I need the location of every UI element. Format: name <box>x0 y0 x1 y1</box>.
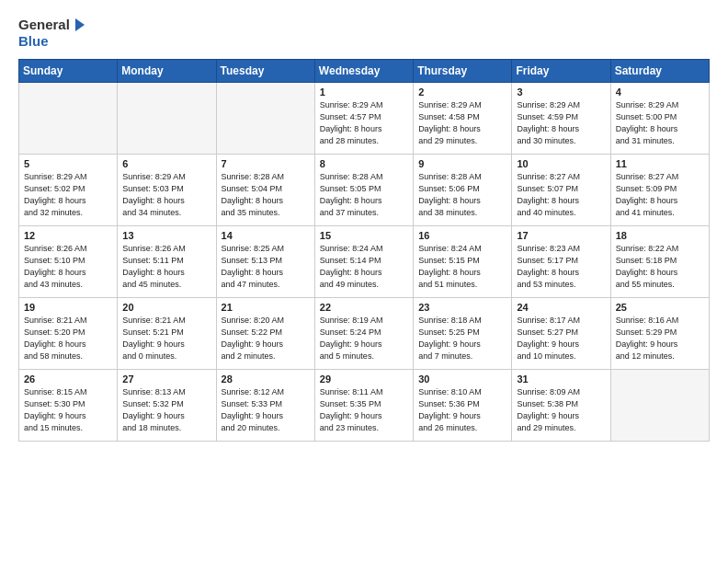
calendar-cell: 6Sunrise: 8:29 AMSunset: 5:03 PMDaylight… <box>118 154 216 225</box>
day-number: 29 <box>320 373 408 385</box>
day-info: Sunrise: 8:26 AMSunset: 5:10 PMDaylight:… <box>24 243 112 291</box>
logo-wordmark: General Blue <box>18 17 88 50</box>
calendar-cell: 7Sunrise: 8:28 AMSunset: 5:04 PMDaylight… <box>216 154 314 225</box>
day-number: 21 <box>222 302 310 313</box>
weekday-header-thursday: Thursday <box>414 59 512 82</box>
logo-blue-text: Blue <box>18 33 49 49</box>
calendar-cell: 19Sunrise: 8:21 AMSunset: 5:20 PMDayligh… <box>19 297 118 369</box>
day-number: 17 <box>517 230 605 241</box>
calendar-cell: 25Sunrise: 8:16 AMSunset: 5:29 PMDayligh… <box>610 297 709 369</box>
day-info: Sunrise: 8:22 AMSunset: 5:18 PMDaylight:… <box>616 243 704 291</box>
day-info: Sunrise: 8:28 AMSunset: 5:04 PMDaylight:… <box>222 171 310 219</box>
calendar-cell: 11Sunrise: 8:27 AMSunset: 5:09 PMDayligh… <box>610 154 709 225</box>
calendar-cell: 3Sunrise: 8:29 AMSunset: 4:59 PMDaylight… <box>512 82 610 154</box>
day-info: Sunrise: 8:09 AMSunset: 5:38 PMDaylight:… <box>517 386 605 434</box>
day-number: 13 <box>122 230 210 241</box>
calendar-table: SundayMondayTuesdayWednesdayThursdayFrid… <box>18 59 710 442</box>
day-info: Sunrise: 8:13 AMSunset: 5:32 PMDaylight:… <box>122 386 210 434</box>
week-row-4: 19Sunrise: 8:21 AMSunset: 5:20 PMDayligh… <box>19 297 710 369</box>
calendar-cell: 14Sunrise: 8:25 AMSunset: 5:13 PMDayligh… <box>216 225 314 297</box>
day-info: Sunrise: 8:29 AMSunset: 4:58 PMDaylight:… <box>418 99 506 147</box>
calendar-cell: 1Sunrise: 8:29 AMSunset: 4:57 PMDaylight… <box>314 82 413 154</box>
calendar-cell: 13Sunrise: 8:26 AMSunset: 5:11 PMDayligh… <box>118 225 216 297</box>
calendar-cell: 12Sunrise: 8:26 AMSunset: 5:10 PMDayligh… <box>19 225 118 297</box>
day-number: 8 <box>320 158 408 169</box>
calendar-cell: 24Sunrise: 8:17 AMSunset: 5:27 PMDayligh… <box>512 297 610 369</box>
day-info: Sunrise: 8:21 AMSunset: 5:20 PMDaylight:… <box>24 315 112 362</box>
day-number: 31 <box>517 373 605 385</box>
day-info: Sunrise: 8:25 AMSunset: 5:13 PMDaylight:… <box>222 243 310 291</box>
day-info: Sunrise: 8:29 AMSunset: 5:00 PMDaylight:… <box>616 99 704 147</box>
day-number: 26 <box>24 373 112 385</box>
day-info: Sunrise: 8:24 AMSunset: 5:14 PMDaylight:… <box>320 243 408 291</box>
day-number: 18 <box>616 230 704 241</box>
day-info: Sunrise: 8:28 AMSunset: 5:05 PMDaylight:… <box>320 171 408 219</box>
day-number: 10 <box>517 158 605 169</box>
calendar-cell: 8Sunrise: 8:28 AMSunset: 5:05 PMDaylight… <box>314 154 413 225</box>
calendar-cell <box>610 369 709 441</box>
svg-marker-0 <box>75 18 85 31</box>
calendar-cell: 20Sunrise: 8:21 AMSunset: 5:21 PMDayligh… <box>118 297 216 369</box>
calendar-cell: 27Sunrise: 8:13 AMSunset: 5:32 PMDayligh… <box>118 369 216 441</box>
day-info: Sunrise: 8:29 AMSunset: 5:03 PMDaylight:… <box>122 171 210 219</box>
day-info: Sunrise: 8:11 AMSunset: 5:35 PMDaylight:… <box>320 386 408 434</box>
calendar-cell: 16Sunrise: 8:24 AMSunset: 5:15 PMDayligh… <box>414 225 512 297</box>
calendar-cell: 23Sunrise: 8:18 AMSunset: 5:25 PMDayligh… <box>414 297 512 369</box>
day-number: 12 <box>24 230 112 241</box>
calendar-cell: 10Sunrise: 8:27 AMSunset: 5:07 PMDayligh… <box>512 154 610 225</box>
calendar-cell <box>216 82 314 154</box>
day-number: 6 <box>122 158 210 169</box>
weekday-header-tuesday: Tuesday <box>216 59 314 82</box>
calendar-cell: 26Sunrise: 8:15 AMSunset: 5:30 PMDayligh… <box>19 369 118 441</box>
day-number: 30 <box>418 373 506 385</box>
day-info: Sunrise: 8:17 AMSunset: 5:27 PMDaylight:… <box>517 315 605 362</box>
day-number: 4 <box>616 86 704 98</box>
calendar-cell: 15Sunrise: 8:24 AMSunset: 5:14 PMDayligh… <box>314 225 413 297</box>
day-info: Sunrise: 8:27 AMSunset: 5:09 PMDaylight:… <box>616 171 704 219</box>
day-info: Sunrise: 8:29 AMSunset: 4:57 PMDaylight:… <box>320 99 408 147</box>
calendar-cell <box>118 82 216 154</box>
week-row-1: 1Sunrise: 8:29 AMSunset: 4:57 PMDaylight… <box>19 82 710 154</box>
day-number: 23 <box>418 302 506 313</box>
day-number: 24 <box>517 302 605 313</box>
weekday-header-friday: Friday <box>512 59 610 82</box>
week-row-5: 26Sunrise: 8:15 AMSunset: 5:30 PMDayligh… <box>19 369 710 441</box>
weekday-header-saturday: Saturday <box>610 59 709 82</box>
calendar-cell <box>19 82 118 154</box>
day-info: Sunrise: 8:28 AMSunset: 5:06 PMDaylight:… <box>418 171 506 219</box>
day-number: 7 <box>222 158 310 169</box>
day-number: 1 <box>320 86 408 98</box>
day-number: 22 <box>320 302 408 313</box>
calendar-cell: 21Sunrise: 8:20 AMSunset: 5:22 PMDayligh… <box>216 297 314 369</box>
day-number: 28 <box>222 373 310 385</box>
day-info: Sunrise: 8:19 AMSunset: 5:24 PMDaylight:… <box>320 315 408 362</box>
day-info: Sunrise: 8:10 AMSunset: 5:36 PMDaylight:… <box>418 386 506 434</box>
logo-general-text: General <box>18 17 70 33</box>
calendar-cell: 29Sunrise: 8:11 AMSunset: 5:35 PMDayligh… <box>314 369 413 441</box>
day-info: Sunrise: 8:18 AMSunset: 5:25 PMDaylight:… <box>418 315 506 362</box>
day-info: Sunrise: 8:23 AMSunset: 5:17 PMDaylight:… <box>517 243 605 291</box>
day-number: 3 <box>517 86 605 98</box>
calendar-cell: 18Sunrise: 8:22 AMSunset: 5:18 PMDayligh… <box>610 225 709 297</box>
calendar-cell: 9Sunrise: 8:28 AMSunset: 5:06 PMDaylight… <box>414 154 512 225</box>
day-number: 16 <box>418 230 506 241</box>
calendar-cell: 30Sunrise: 8:10 AMSunset: 5:36 PMDayligh… <box>414 369 512 441</box>
weekday-header-wednesday: Wednesday <box>314 59 413 82</box>
day-info: Sunrise: 8:26 AMSunset: 5:11 PMDaylight:… <box>122 243 210 291</box>
day-number: 14 <box>222 230 310 241</box>
day-info: Sunrise: 8:16 AMSunset: 5:29 PMDaylight:… <box>616 315 704 362</box>
day-number: 20 <box>122 302 210 313</box>
weekday-header-monday: Monday <box>118 59 216 82</box>
page: General Blue SundayMondayTuesdayWednesda… <box>0 0 728 563</box>
logo: General Blue <box>18 17 88 50</box>
calendar-cell: 5Sunrise: 8:29 AMSunset: 5:02 PMDaylight… <box>19 154 118 225</box>
week-row-3: 12Sunrise: 8:26 AMSunset: 5:10 PMDayligh… <box>19 225 710 297</box>
day-info: Sunrise: 8:15 AMSunset: 5:30 PMDaylight:… <box>24 386 112 434</box>
day-info: Sunrise: 8:24 AMSunset: 5:15 PMDaylight:… <box>418 243 506 291</box>
day-info: Sunrise: 8:29 AMSunset: 4:59 PMDaylight:… <box>517 99 605 147</box>
logo-flag-icon <box>72 17 88 33</box>
day-number: 2 <box>418 86 506 98</box>
day-number: 25 <box>616 302 704 313</box>
calendar-cell: 31Sunrise: 8:09 AMSunset: 5:38 PMDayligh… <box>512 369 610 441</box>
day-number: 27 <box>122 373 210 385</box>
